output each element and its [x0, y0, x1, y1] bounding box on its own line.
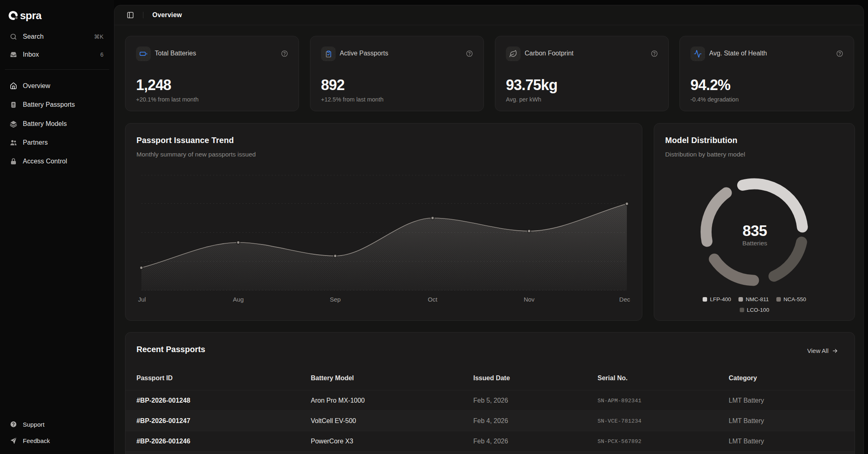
svg-text:Sep: Sep	[330, 296, 341, 303]
svg-text:Nov: Nov	[524, 296, 535, 303]
svg-text:Aug: Aug	[233, 296, 244, 303]
svg-text:Jul: Jul	[138, 296, 146, 303]
svg-text:Oct: Oct	[428, 296, 437, 303]
svg-text:Dec: Dec	[619, 296, 630, 303]
